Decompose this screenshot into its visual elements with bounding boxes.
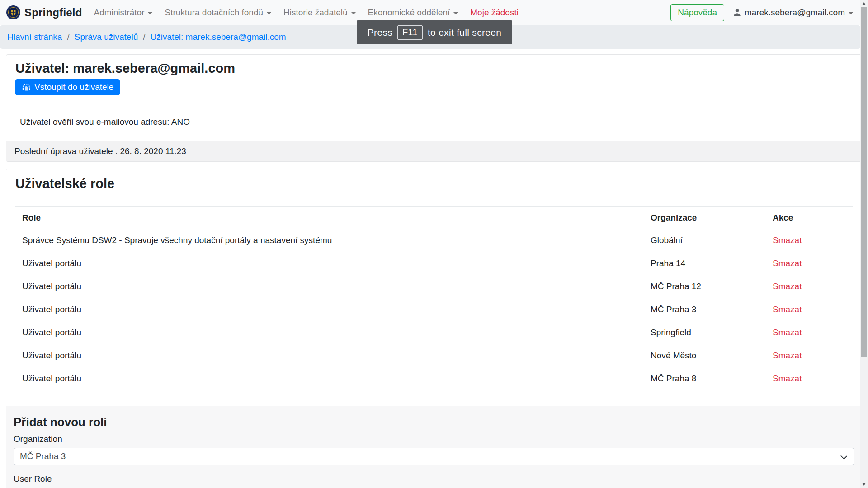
delete-role-link[interactable]: Smazat: [773, 351, 802, 360]
fullscreen-toast: Press F11 to exit full screen: [357, 20, 512, 44]
organization-cell: Nové Město: [644, 344, 766, 367]
page-title: Uživatel: marek.sebera@gmail.com: [15, 61, 853, 75]
breadcrumb-separator: /: [67, 32, 69, 42]
springfield-seal-icon: [6, 5, 20, 19]
role-cell: Uživatel portálu: [15, 252, 644, 275]
breadcrumb-current-user-link[interactable]: Uživatel: marek.sebera@gmail.com: [150, 32, 286, 42]
user-menu[interactable]: marek.sebera@gmail.com: [732, 8, 853, 18]
delete-role-link[interactable]: Smazat: [773, 282, 802, 291]
scrollbar-up-arrow-icon[interactable]: [862, 2, 866, 5]
delete-role-link[interactable]: Smazat: [773, 328, 802, 337]
role-cell: Správce Systému DSW2 - Spravuje všechny …: [15, 229, 644, 252]
role-cell: Uživatel portálu: [15, 275, 644, 298]
breadcrumb-home-link[interactable]: Hlavní stránka: [7, 32, 62, 42]
table-row: Uživatel portálu MČ Praha 3 Smazat: [15, 298, 853, 321]
table-header-row: Role Organizace Akce: [15, 207, 853, 229]
organization-cell: Springfield: [644, 321, 766, 344]
delete-role-link[interactable]: Smazat: [773, 374, 802, 383]
roles-card-header: Uživatelské role: [6, 169, 862, 197]
scrollbar-thumb[interactable]: [861, 7, 867, 357]
column-header-action: Akce: [766, 207, 853, 229]
roles-table: Role Organizace Akce Správce Systému DSW…: [15, 206, 853, 390]
help-button[interactable]: Nápověda: [670, 4, 724, 21]
toast-press-text: Press: [368, 27, 392, 38]
nav-item-moje-zadosti[interactable]: Moje žádosti: [470, 8, 519, 18]
role-cell: Uživatel portálu: [15, 367, 644, 390]
table-row: Uživatel portálu Nové Město Smazat: [15, 344, 853, 367]
user-card-header: Uživatel: marek.sebera@gmail.com Vstoupi…: [6, 55, 862, 102]
nav-item-label: Struktura dotačních fondů: [165, 8, 263, 18]
nav-item-label: Administrátor: [94, 8, 145, 18]
chevron-down-icon: [267, 12, 271, 14]
user-card-footer: Poslední úprava uživatele : 26. 8. 2020 …: [6, 141, 862, 161]
user-card: Uživatel: marek.sebera@gmail.com Vstoupi…: [6, 54, 862, 162]
delete-role-link[interactable]: Smazat: [773, 305, 802, 314]
breadcrumb-user-admin-link[interactable]: Správa uživatelů: [75, 32, 138, 42]
chevron-down-icon: [840, 453, 847, 460]
navbar-right: Nápověda marek.sebera@gmail.com: [670, 4, 853, 21]
roles-card: Uživatelské role Role Organizace Akce Sp…: [6, 169, 862, 488]
column-header-role: Role: [15, 207, 644, 229]
archway-icon: [22, 83, 31, 92]
organization-select-value: MČ Praha 3: [20, 451, 66, 461]
add-role-section: Přidat novou roli Organization MČ Praha …: [6, 406, 862, 488]
vertical-scrollbar[interactable]: [860, 0, 868, 488]
organization-cell: Globální: [644, 229, 766, 252]
chevron-down-icon: [148, 12, 152, 14]
last-update-text: Poslední úprava uživatele : 26. 8. 2020 …: [14, 146, 186, 156]
nav-item-label: Ekonomické oddělení: [368, 8, 450, 18]
nav-item-administrator[interactable]: Administrátor: [94, 8, 153, 18]
table-row: Uživatel portálu Springfield Smazat: [15, 321, 853, 344]
nav-item-ekonomicke-oddeleni[interactable]: Ekonomické oddělení: [368, 8, 458, 18]
brand[interactable]: Springfield: [6, 5, 82, 19]
role-cell: Uživatel portálu: [15, 298, 644, 321]
nav-item-label: Moje žádosti: [470, 8, 519, 18]
table-row: Správce Systému DSW2 - Spravuje všechny …: [15, 229, 853, 252]
toast-suffix-text: to exit full screen: [428, 27, 501, 38]
add-role-title: Přidat novou roli: [14, 415, 854, 429]
roles-card-body: Role Organizace Akce Správce Systému DSW…: [6, 197, 862, 406]
f11-key-badge: F11: [397, 25, 423, 40]
table-row: Uživatel portálu MČ Praha 8 Smazat: [15, 367, 853, 390]
scrollbar-down-arrow-icon[interactable]: [862, 483, 866, 486]
organization-select[interactable]: MČ Praha 3: [14, 448, 854, 465]
brand-name: Springfield: [24, 6, 82, 19]
enter-user-button[interactable]: Vstoupit do uživatele: [15, 79, 120, 95]
user-icon: [732, 8, 742, 17]
column-header-organization: Organizace: [644, 207, 766, 229]
main-content: Uživatel: marek.sebera@gmail.com Vstoupi…: [0, 49, 868, 488]
chevron-down-icon: [351, 12, 356, 14]
organization-cell: MČ Praha 3: [644, 298, 766, 321]
user-card-body: Uživatel ověřil svou e-mailovou adresu: …: [6, 102, 862, 141]
organization-field-label: Organization: [14, 434, 854, 444]
delete-role-link[interactable]: Smazat: [773, 235, 802, 245]
user-role-field-label: User Role: [14, 474, 854, 484]
nav-items: Administrátor Struktura dotačních fondů …: [94, 8, 671, 18]
chevron-down-icon: [849, 12, 853, 14]
role-cell: Uživatel portálu: [15, 344, 644, 367]
breadcrumb-separator: /: [143, 32, 145, 42]
chevron-down-icon: [453, 12, 458, 14]
enter-user-button-label: Vstoupit do uživatele: [34, 82, 113, 92]
nav-item-historie-zadatelu[interactable]: Historie žadatelů: [283, 8, 356, 18]
organization-cell: MČ Praha 12: [644, 275, 766, 298]
nav-item-struktura-dotacnich-fondu[interactable]: Struktura dotačních fondů: [165, 8, 271, 18]
delete-role-link[interactable]: Smazat: [773, 258, 802, 268]
table-row: Uživatel portálu Praha 14 Smazat: [15, 252, 853, 275]
organization-cell: Praha 14: [644, 252, 766, 275]
user-email: marek.sebera@gmail.com: [745, 8, 845, 18]
organization-cell: MČ Praha 8: [644, 367, 766, 390]
table-row: Uživatel portálu MČ Praha 12 Smazat: [15, 275, 853, 298]
email-verified-text: Uživatel ověřil svou e-mailovou adresu: …: [20, 117, 190, 127]
role-cell: Uživatel portálu: [15, 321, 644, 344]
nav-item-label: Historie žadatelů: [283, 8, 348, 18]
roles-section-title: Uživatelské role: [15, 176, 853, 191]
